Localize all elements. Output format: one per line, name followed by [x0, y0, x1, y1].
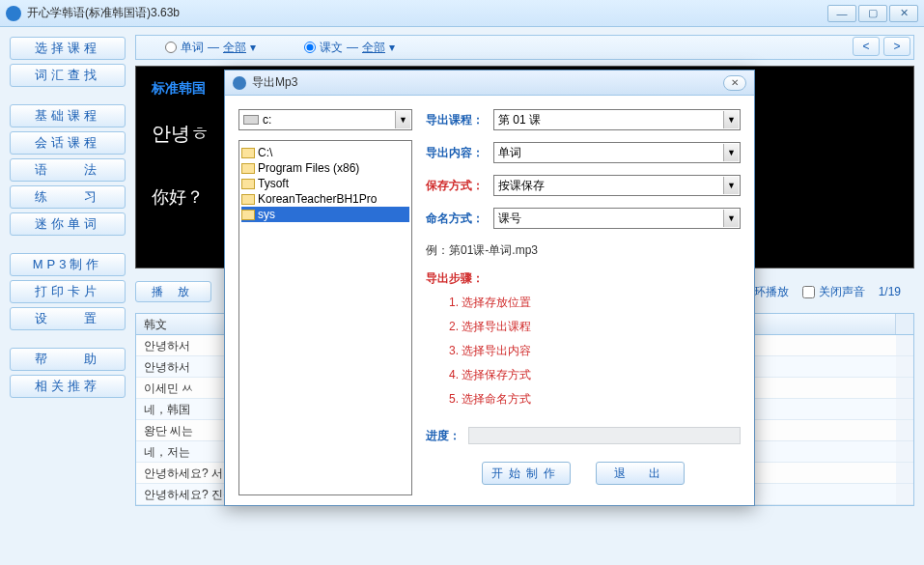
sidebar-basic-course[interactable]: 基础课程	[10, 104, 126, 127]
sidebar-settings[interactable]: 设 置	[10, 307, 126, 330]
sidebar-related[interactable]: 相关推荐	[10, 375, 126, 398]
tree-root[interactable]: C:\	[241, 145, 409, 160]
tree-node[interactable]: Tysoft	[241, 176, 409, 191]
sidebar-select-course[interactable]: 选择课程	[10, 37, 126, 60]
dialog-close-button[interactable]: ✕	[723, 75, 746, 91]
label-save-mode: 保存方式：	[426, 178, 493, 194]
play-counter: 1/19	[879, 285, 901, 298]
label-export-course: 导出课程：	[426, 112, 493, 128]
step-item: 4. 选择保存方式	[449, 367, 741, 383]
select-export-content[interactable]: 单词▼	[493, 142, 741, 163]
select-export-course[interactable]: 第 01 课▼	[493, 109, 741, 130]
exit-dialog-button[interactable]: 退 出	[596, 462, 685, 485]
grid-scroll-head	[896, 314, 913, 334]
mute-checkbox[interactable]: 关闭声音	[802, 284, 865, 300]
filter-bar: 单词 — 全部 ▾ 课文 — 全部 ▾	[135, 35, 914, 60]
filter-word-radio[interactable]: 单词 — 全部 ▾	[165, 40, 256, 56]
select-save-mode[interactable]: 按课保存▼	[493, 175, 741, 196]
chevron-down-icon: ▼	[723, 111, 739, 128]
progress-bar	[468, 427, 741, 444]
tree-node[interactable]: Program Files (x86)	[241, 160, 409, 176]
chevron-down-icon: ▼	[395, 111, 410, 128]
sidebar-help[interactable]: 帮 助	[10, 348, 126, 371]
next-button[interactable]: >	[883, 37, 910, 56]
sidebar-mini-words[interactable]: 迷你单词	[10, 212, 126, 236]
sidebar-vocab-search[interactable]: 词汇查找	[10, 64, 126, 87]
folder-tree[interactable]: C:\ Program Files (x86) Tysoft KoreanTea…	[238, 140, 412, 495]
close-button[interactable]: ✕	[889, 5, 918, 22]
sidebar-mp3-make[interactable]: MP3制作	[10, 253, 126, 276]
sidebar-conversation[interactable]: 会话课程	[10, 131, 126, 155]
tree-node[interactable]: KoreanTeacherBH1Pro	[241, 191, 409, 207]
dialog-title: 导出Mp3	[252, 74, 297, 91]
steps-list: 1. 选择存放位置2. 选择导出课程3. 选择导出内容4. 选择保存方式5. 选…	[426, 295, 741, 415]
label-naming: 命名方式：	[426, 211, 493, 227]
naming-example: 例：第01课-单词.mp3	[426, 242, 741, 259]
step-item: 2. 选择导出课程	[449, 319, 741, 335]
sidebar-practice[interactable]: 练 习	[10, 185, 126, 209]
sidebar-print-cards[interactable]: 打印卡片	[10, 280, 126, 303]
maximize-button[interactable]: ▢	[858, 5, 887, 22]
drive-icon	[243, 115, 259, 125]
dialog-icon	[233, 76, 246, 90]
sidebar-grammar[interactable]: 语 法	[10, 158, 126, 182]
step-item: 3. 选择导出内容	[449, 343, 741, 359]
minimize-button[interactable]: —	[827, 5, 856, 22]
steps-title: 导出步骤：	[426, 270, 741, 287]
prev-button[interactable]: <	[853, 37, 880, 56]
play-button[interactable]: 播 放	[135, 281, 211, 302]
window-titlebar: 开心学韩语(标准韩国语)3.63b — ▢ ✕	[0, 0, 924, 27]
label-export-content: 导出内容：	[426, 145, 493, 161]
chevron-down-icon: ▼	[723, 144, 739, 161]
sidebar: 选择课程 词汇查找 基础课程 会话课程 语 法 练 习 迷你单词 MP3制作 打…	[0, 27, 135, 565]
step-item: 5. 选择命名方式	[449, 391, 741, 408]
export-mp3-dialog: 导出Mp3 ✕ c: ▼ C:\ Program Files (x86) Tys…	[224, 70, 755, 506]
chevron-down-icon: ▼	[723, 210, 739, 227]
filter-text-radio[interactable]: 课文 — 全部 ▾	[304, 40, 395, 56]
progress-label: 进度：	[426, 428, 461, 444]
window-title: 开心学韩语(标准韩国语)3.63b	[27, 5, 180, 21]
chevron-down-icon: ▼	[723, 177, 739, 194]
start-export-button[interactable]: 开始制作	[482, 462, 571, 485]
drive-select[interactable]: c: ▼	[238, 109, 412, 130]
select-naming[interactable]: 课号▼	[493, 208, 741, 229]
step-item: 1. 选择存放位置	[449, 295, 741, 311]
tree-node-selected[interactable]: sys	[241, 207, 409, 222]
app-icon	[6, 6, 21, 21]
